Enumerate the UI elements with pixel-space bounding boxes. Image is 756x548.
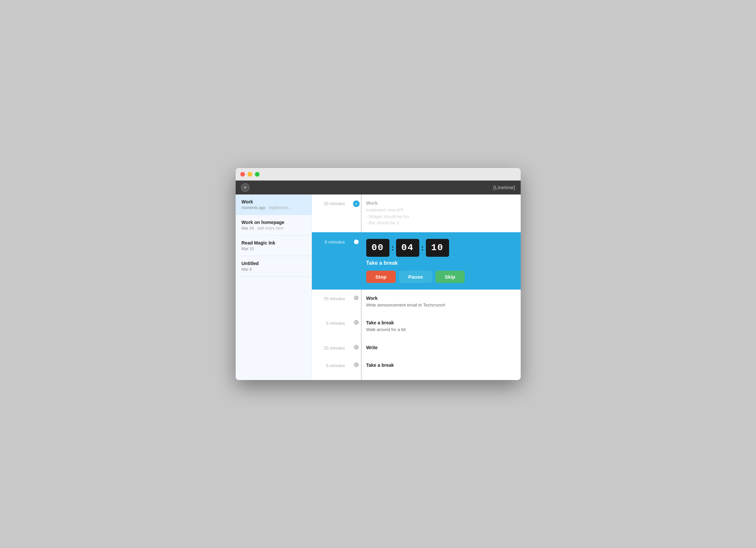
item-body: Work [361, 380, 511, 380]
timeline-item-break-active: 5 minutes 00 : 04 : 10 Take a break [312, 232, 521, 289]
dot-icon [354, 295, 359, 300]
sidebar-item-date: Mar 10 [242, 247, 254, 251]
minimize-button[interactable] [248, 172, 252, 177]
item-body: Take a break Walk around for a bit [361, 320, 511, 333]
dot-icon [354, 320, 359, 325]
pause-button[interactable]: Pause [399, 271, 432, 283]
time-label: 25 minutes [312, 380, 352, 380]
item-title: Work [366, 380, 511, 380]
maximize-button[interactable] [255, 172, 260, 177]
dot-icon [354, 380, 359, 380]
sidebar-item-meta: Mar 24add notes here [242, 226, 306, 231]
timer-hours: 00 [366, 239, 389, 257]
item-body: Take a break [361, 362, 511, 368]
item-description: Write announcement email to Techcrunch [366, 302, 511, 308]
item-body: Work Implement new API:- Widget should b… [361, 201, 511, 226]
main-content: Workmoments agoImplement ...Work on home… [236, 195, 521, 380]
timeline-item: 25 minutes Work [312, 374, 521, 380]
stop-button[interactable]: Stop [366, 271, 396, 283]
sidebar: Workmoments agoImplement ...Work on home… [236, 195, 312, 380]
sidebar-item-untitled[interactable]: UntitledMar 8 [236, 256, 312, 276]
timeline: 25 minutes Work Implement new API:- Widg… [312, 195, 521, 380]
dot-container [352, 345, 361, 349]
break-title: Take a break [366, 260, 511, 266]
timer-seconds: 10 [426, 239, 449, 257]
item-body: 00 : 04 : 10 Take a break Stop Pause Ski… [361, 239, 511, 283]
dot-container [352, 320, 361, 325]
sidebar-item-notes: Implement ... [269, 206, 292, 210]
time-label: 5 minutes [312, 362, 352, 368]
sidebar-item-notes: add notes here [257, 226, 284, 231]
item-body: Work Write announcement email to Techcru… [361, 295, 511, 308]
add-button[interactable]: + [241, 183, 250, 192]
timer-colon-1: : [391, 243, 394, 253]
dot-container [352, 201, 361, 207]
sidebar-item-title: Work [242, 199, 306, 205]
item-title: Write [366, 345, 511, 350]
timeline-item: 5 minutes Take a break [312, 356, 521, 374]
item-title: Take a break [366, 362, 511, 368]
dot-container [352, 239, 361, 245]
time-label: 25 minutes [312, 345, 352, 350]
timer-display: 00 : 04 : 10 [366, 239, 511, 257]
dot-check-icon [353, 201, 360, 207]
traffic-lights [240, 172, 260, 177]
sidebar-item-date: moments ago [242, 206, 266, 210]
sidebar-item-read-magic-ink[interactable]: Read Magic InkMar 10 [236, 236, 312, 256]
dot-icon [354, 345, 359, 349]
app-title: [Linetime] [494, 185, 515, 190]
sidebar-item-meta: Mar 10 [242, 247, 306, 251]
item-description: Implement new API:- Widget should be foo… [366, 207, 511, 226]
time-label: 25 minutes [312, 201, 352, 206]
toolbar-left: + [241, 183, 250, 192]
sidebar-item-title: Read Magic Ink [242, 240, 306, 246]
dot-container [352, 380, 361, 380]
item-body: Write [361, 345, 511, 350]
timeline-item: 25 minutes Write [312, 339, 521, 356]
item-title: Work [366, 201, 511, 206]
time-label: 25 minutes [312, 295, 352, 301]
sidebar-item-date: Mar 8 [242, 267, 252, 272]
content-area: 25 minutes Work Implement new API:- Widg… [312, 195, 521, 380]
timer-colon-2: : [421, 243, 424, 253]
dot-container [352, 295, 361, 300]
sidebar-item-work[interactable]: Workmoments agoImplement ... [236, 195, 312, 215]
item-title: Work [366, 295, 511, 301]
timeline-item: 25 minutes Work Write announcement email… [312, 289, 521, 314]
skip-button[interactable]: Skip [436, 271, 465, 283]
break-buttons: Stop Pause Skip [366, 271, 511, 283]
timeline-item: 25 minutes Work Implement new API:- Widg… [312, 195, 521, 232]
dot-container [352, 362, 361, 367]
sidebar-item-date: Mar 24 [242, 226, 254, 231]
sidebar-item-meta: Mar 8 [242, 267, 306, 272]
toolbar: + [Linetime] [236, 181, 521, 195]
item-title: Take a break [366, 320, 511, 325]
dot-icon [354, 362, 359, 367]
timer-minutes: 04 [396, 239, 419, 257]
close-button[interactable] [240, 172, 245, 177]
sidebar-item-title: Untitled [242, 261, 306, 266]
time-label: 5 minutes [312, 320, 352, 326]
time-label: 5 minutes [312, 239, 352, 245]
sidebar-item-title: Work on homepage [242, 220, 306, 225]
sidebar-item-work-homepage[interactable]: Work on homepageMar 24add notes here [236, 215, 312, 236]
app-window: + [Linetime] Workmoments agoImplement ..… [236, 168, 521, 380]
timeline-item: 5 minutes Take a break Walk around for a… [312, 314, 521, 339]
sidebar-item-meta: moments agoImplement ... [242, 206, 306, 210]
item-description: Walk around for a bit [366, 326, 511, 333]
dot-active-icon [353, 239, 359, 245]
titlebar [236, 168, 521, 181]
